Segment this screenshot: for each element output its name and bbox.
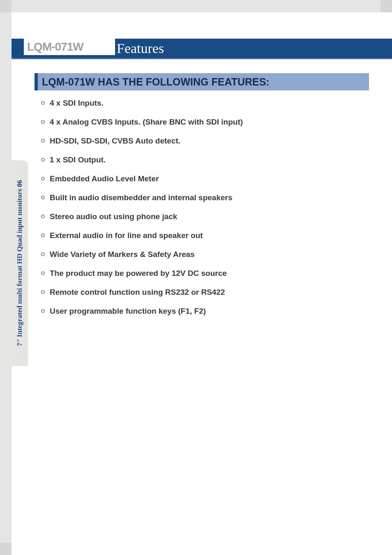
bullet-icon [41, 215, 45, 218]
feature-item: External audio in for line and speaker o… [41, 231, 367, 240]
header-title: Features [117, 41, 164, 56]
feature-item: 4 x SDI Inputs. [41, 99, 367, 108]
feature-text: 1 x SDI Output. [50, 155, 106, 164]
model-text: LQM-071W [27, 40, 83, 53]
corner-decoration [0, 543, 12, 555]
features-list: 4 x SDI Inputs.4 x Analog CVBS Inputs. (… [41, 99, 367, 326]
bullet-icon [41, 309, 45, 313]
bullet-icon [41, 290, 45, 294]
corner-decoration [380, 0, 392, 12]
feature-text: Wide Variety of Markers & Safety Areas [50, 250, 195, 259]
feature-item: 4 x Analog CVBS Inputs. (Share BNC with … [41, 118, 367, 127]
bullet-icon [41, 271, 45, 275]
bullet-icon [41, 158, 45, 162]
feature-item: User programmable function keys (F1, F2) [41, 307, 367, 316]
bullet-icon [41, 120, 45, 124]
feature-item: Stereo audio out using phone jack [41, 212, 367, 221]
model-badge: LQM-071W [24, 39, 115, 55]
corner-decoration [0, 0, 12, 12]
feature-item: The product may be powered by 12V DC sou… [41, 269, 367, 278]
bullet-icon [41, 252, 45, 256]
bullet-icon [41, 177, 45, 180]
feature-text: 4 x SDI Inputs. [50, 99, 104, 108]
side-tab-page-number: 06 [16, 180, 23, 187]
feature-item: 1 x SDI Output. [41, 155, 367, 164]
section-heading: LQM-071W HAS THE FOLLOWING FEATURES: [35, 73, 369, 90]
feature-text: 4 x Analog CVBS Inputs. (Share BNC with … [50, 118, 243, 127]
feature-text: Embedded Audio Level Meter [50, 174, 159, 183]
feature-text: User programmable function keys (F1, F2) [50, 307, 206, 316]
side-tab-label: 7" Integrated multi format HD Quad input… [16, 180, 24, 346]
feature-text: External audio in for line and speaker o… [50, 231, 203, 240]
bullet-icon [41, 234, 45, 237]
side-tab-text: 7" Integrated multi format HD Quad input… [16, 189, 23, 346]
bullet-icon [41, 101, 45, 105]
feature-item: HD-SDI, SD-SDI, CVBS Auto detect. [41, 136, 367, 146]
section-heading-text: LQM-071W HAS THE FOLLOWING FEATURES: [42, 76, 270, 88]
feature-item: Embedded Audio Level Meter [41, 174, 367, 183]
feature-text: HD-SDI, SD-SDI, CVBS Auto detect. [50, 136, 180, 146]
side-tab: 7" Integrated multi format HD Quad input… [12, 160, 28, 366]
feature-item: Built in audio disembedder and internal … [41, 193, 367, 202]
feature-item: Wide Variety of Markers & Safety Areas [41, 250, 367, 259]
feature-text: Built in audio disembedder and internal … [50, 193, 233, 202]
feature-item: Remote control function using RS232 or R… [41, 288, 367, 297]
feature-text: Stereo audio out using phone jack [50, 212, 177, 221]
bullet-icon [41, 139, 45, 143]
page-body: Features LQM-071W 7" Integrated multi fo… [12, 12, 392, 555]
feature-text: Remote control function using RS232 or R… [50, 288, 225, 297]
feature-text: The product may be powered by 12V DC sou… [50, 269, 227, 278]
bullet-icon [41, 196, 45, 199]
